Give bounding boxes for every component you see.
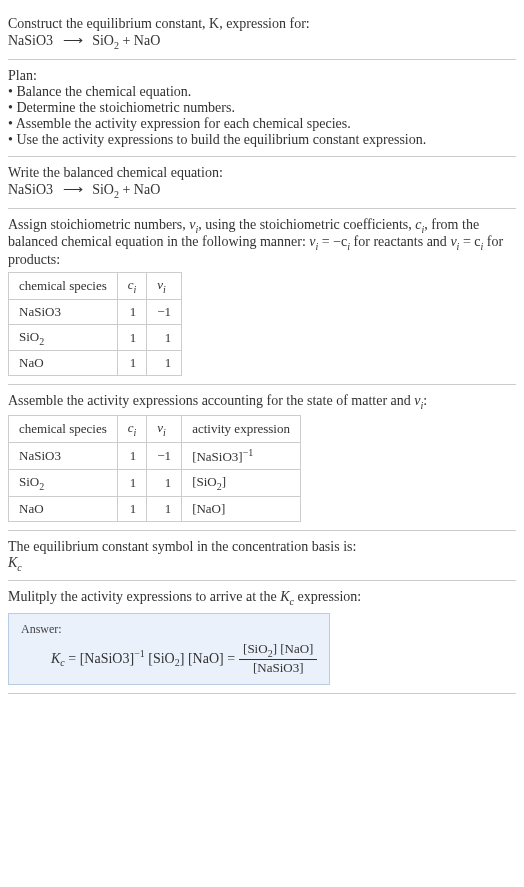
- text: ]: [222, 474, 226, 489]
- eq1-rhs1: SiO: [92, 33, 114, 48]
- sup: −1: [243, 447, 254, 458]
- arrow-icon: ⟶: [57, 32, 89, 49]
- cell-species: NaSiO3: [9, 442, 118, 469]
- th-nui: νi: [147, 416, 182, 443]
- sup: −1: [134, 648, 145, 659]
- eq1-plus: +: [119, 33, 134, 48]
- eq2-rhs2: NaO: [134, 182, 160, 197]
- prompt-line: Construct the equilibrium constant, K, e…: [8, 16, 516, 32]
- answer-label: Answer:: [21, 622, 317, 637]
- text: = c: [459, 234, 480, 249]
- stoich-table: chemical species ci νi NaSiO3 1 −1 SiO2 …: [8, 272, 182, 376]
- plan-list: • Balance the chemical equation. • Deter…: [8, 84, 516, 148]
- cell-c: 1: [117, 351, 147, 376]
- table-header-row: chemical species ci νi: [9, 273, 182, 300]
- eq2-rhs1: SiO: [92, 182, 114, 197]
- th-ci: ci: [117, 273, 147, 300]
- arrow-icon: ⟶: [57, 181, 89, 198]
- text: SiO: [19, 474, 39, 489]
- text: [NaSiO3]: [192, 449, 243, 464]
- term: [NaSiO3]: [80, 651, 134, 666]
- table-row: SiO2 1 1 [SiO2]: [9, 470, 301, 497]
- eq2-plus: +: [119, 182, 134, 197]
- cell-species: NaO: [9, 351, 118, 376]
- activity-table: chemical species ci νi activity expressi…: [8, 415, 301, 522]
- text: ] [NaO]: [273, 641, 314, 656]
- text: Mulitply the activity expressions to arr…: [8, 589, 280, 604]
- cell-species: SiO2: [9, 324, 118, 351]
- text: [SiO: [192, 474, 217, 489]
- kc-expression: Kc = [NaSiO3]−1 [SiO2] [NaO] = [SiO2] [N…: [21, 641, 317, 676]
- th-activity: activity expression: [182, 416, 301, 443]
- kc-symbol-line: The equilibrium constant symbol in the c…: [8, 539, 516, 555]
- k-symbol: K: [8, 555, 17, 570]
- plan-section: Plan: • Balance the chemical equation. •…: [8, 60, 516, 157]
- cell-c: 1: [117, 496, 147, 521]
- stoich-intro: Assign stoichiometric numbers, νi, using…: [8, 217, 516, 269]
- cell-v: 1: [147, 470, 182, 497]
- fraction: [SiO2] [NaO] [NaSiO3]: [239, 641, 317, 676]
- activity-section: Assemble the activity expressions accoun…: [8, 385, 516, 530]
- cell-v: 1: [147, 324, 182, 351]
- eq1-rhs2: NaO: [134, 33, 160, 48]
- term: [SiO: [145, 651, 175, 666]
- table-row: NaSiO3 1 −1: [9, 299, 182, 324]
- text: expression:: [294, 589, 361, 604]
- sub: 2: [39, 335, 44, 346]
- plan-item: • Assemble the activity expression for e…: [8, 116, 516, 132]
- table-row: SiO2 1 1: [9, 324, 182, 351]
- answer-box: Answer: Kc = [NaSiO3]−1 [SiO2] [NaO] = […: [8, 613, 330, 685]
- th-nui: νi: [147, 273, 182, 300]
- cell-c: 1: [117, 442, 147, 469]
- cell-species: SiO2: [9, 470, 118, 497]
- eq1-lhs: NaSiO3: [8, 33, 53, 48]
- cell-v: −1: [147, 299, 182, 324]
- cell-c: 1: [117, 324, 147, 351]
- sub-i: i: [134, 427, 137, 438]
- text: SiO: [19, 329, 39, 344]
- equation-1: NaSiO3 ⟶ SiO2 + NaO: [8, 32, 516, 51]
- text: = −c: [318, 234, 347, 249]
- th-ci: ci: [117, 416, 147, 443]
- sub-i: i: [163, 427, 166, 438]
- sub-i: i: [134, 284, 137, 295]
- cell-species: NaO: [9, 496, 118, 521]
- sub-c: c: [17, 561, 21, 572]
- eq-sign: =: [65, 651, 80, 666]
- cell-activity: [NaSiO3]−1: [182, 442, 301, 469]
- k-symbol: K: [51, 651, 60, 666]
- balanced-heading: Write the balanced chemical equation:: [8, 165, 516, 181]
- term: ] [NaO] =: [180, 651, 235, 666]
- prompt-text: Construct the equilibrium constant, K, e…: [8, 16, 310, 31]
- table-row: NaO 1 1: [9, 351, 182, 376]
- activity-intro: Assemble the activity expressions accoun…: [8, 393, 516, 411]
- fraction-numerator: [SiO2] [NaO]: [239, 641, 317, 660]
- text: :: [423, 393, 427, 408]
- sub: 2: [39, 481, 44, 492]
- equation-2: NaSiO3 ⟶ SiO2 + NaO: [8, 181, 516, 200]
- text: Assemble the activity expressions accoun…: [8, 393, 414, 408]
- text: , using the stoichiometric coefficients,: [198, 217, 415, 232]
- cell-c: 1: [117, 470, 147, 497]
- text: for reactants and: [350, 234, 450, 249]
- plan-item: • Use the activity expressions to build …: [8, 132, 516, 148]
- text: Assign stoichiometric numbers,: [8, 217, 189, 232]
- cell-v: 1: [147, 351, 182, 376]
- plan-item: • Balance the chemical equation.: [8, 84, 516, 100]
- kc-symbol-section: The equilibrium constant symbol in the c…: [8, 531, 516, 582]
- cell-v: −1: [147, 442, 182, 469]
- k-symbol: K: [280, 589, 289, 604]
- sub-i: i: [163, 284, 166, 295]
- final-section: Mulitply the activity expressions to arr…: [8, 581, 516, 693]
- table-header-row: chemical species ci νi activity expressi…: [9, 416, 301, 443]
- prompt-section: Construct the equilibrium constant, K, e…: [8, 8, 516, 60]
- kc-symbol: Kc: [8, 555, 516, 573]
- cell-activity: [NaO]: [182, 496, 301, 521]
- th-species: chemical species: [9, 416, 118, 443]
- plan-item: • Determine the stoichiometric numbers.: [8, 100, 516, 116]
- th-species: chemical species: [9, 273, 118, 300]
- balanced-section: Write the balanced chemical equation: Na…: [8, 157, 516, 209]
- text: [SiO: [243, 641, 268, 656]
- eq2-lhs: NaSiO3: [8, 182, 53, 197]
- fraction-denominator: [NaSiO3]: [249, 660, 308, 676]
